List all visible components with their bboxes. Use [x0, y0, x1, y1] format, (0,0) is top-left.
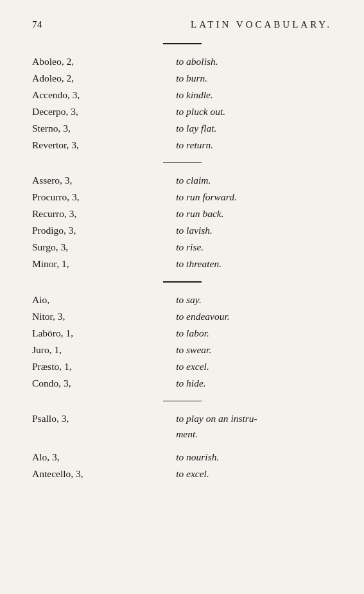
table-row: Procurro, 3, to run forward.: [32, 189, 332, 205]
table-row: Labōro, 1, to labor.: [32, 325, 332, 342]
table-row: Præsto, 1, to excel.: [32, 358, 332, 375]
page-header: 74 LATIN VOCABULARY.: [32, 19, 332, 30]
latin-term: Juro, 1,: [32, 342, 176, 358]
english-def: to lavish.: [176, 222, 332, 239]
latin-term: Antecello, 3,: [32, 466, 176, 482]
english-def: to nourish.: [176, 449, 332, 466]
english-def: to pluck out.: [176, 103, 332, 120]
latin-term: Prodigo, 3,: [32, 222, 176, 239]
page-title: LATIN VOCABULARY.: [191, 19, 332, 30]
table-row: Recurro, 3, to run back.: [32, 205, 332, 222]
table-row: [32, 442, 332, 449]
table-row: Revertor, 3, to return.: [32, 137, 332, 153]
english-def: to lay flat.: [176, 120, 332, 137]
vocab-section-4: Psallo, 3, to play on an instru-ment. Al…: [32, 410, 332, 482]
latin-term: Procurro, 3,: [32, 189, 176, 205]
table-row: Assero, 3, to claim.: [32, 172, 332, 189]
english-def: to burn.: [176, 70, 332, 87]
table-row: Minor, 1, to threaten.: [32, 256, 332, 272]
table-row: Alo, 3, to nourish.: [32, 449, 332, 466]
page-number: 74: [32, 19, 42, 30]
english-def: to excel.: [176, 358, 332, 375]
latin-term: Accendo, 3,: [32, 87, 176, 103]
latin-term: Condo, 3,: [32, 375, 176, 392]
vocab-table-4: Psallo, 3, to play on an instru-ment. Al…: [32, 410, 332, 482]
vocab-table-3: Aio, to say. Nitor, 3, to endeavour. Lab…: [32, 292, 332, 392]
latin-term: Adoleo, 2,: [32, 70, 176, 87]
latin-term: Præsto, 1,: [32, 358, 176, 375]
table-row: Condo, 3, to hide.: [32, 375, 332, 392]
table-row: Juro, 1, to swear.: [32, 342, 332, 358]
latin-term: Decerpo, 3,: [32, 103, 176, 120]
section-divider-top: [163, 43, 202, 44]
english-def: to run forward.: [176, 189, 332, 205]
latin-term: Alo, 3,: [32, 449, 176, 466]
latin-term: Aboleo, 2,: [32, 53, 176, 70]
english-def: to kindle.: [176, 87, 332, 103]
english-def: to play on an instru-ment.: [176, 410, 332, 442]
section-divider-4: [163, 401, 202, 402]
english-def: to excel.: [176, 466, 332, 482]
latin-term: Sterno, 3,: [32, 120, 176, 137]
vocab-section-3: Aio, to say. Nitor, 3, to endeavour. Lab…: [32, 292, 332, 392]
english-def: to claim.: [176, 172, 332, 189]
english-def: to run back.: [176, 205, 332, 222]
english-def: to return.: [176, 137, 332, 153]
english-def: to threaten.: [176, 256, 332, 272]
latin-term: Minor, 1,: [32, 256, 176, 272]
vocab-table-2: Assero, 3, to claim. Procurro, 3, to run…: [32, 172, 332, 272]
english-def: to swear.: [176, 342, 332, 358]
table-row: Decerpo, 3, to pluck out.: [32, 103, 332, 120]
section-divider-2: [163, 162, 202, 164]
latin-term: Recurro, 3,: [32, 205, 176, 222]
table-row: Antecello, 3, to excel.: [32, 466, 332, 482]
table-row: Sterno, 3, to lay flat.: [32, 120, 332, 137]
table-row: Nitor, 3, to endeavour.: [32, 308, 332, 325]
table-row: Prodigo, 3, to lavish.: [32, 222, 332, 239]
latin-term: Labōro, 1,: [32, 325, 176, 342]
page: 74 LATIN VOCABULARY. Aboleo, 2, to aboli…: [0, 0, 364, 594]
english-def: to say.: [176, 292, 332, 308]
latin-term: Psallo, 3,: [32, 410, 176, 442]
english-def: to labor.: [176, 325, 332, 342]
english-def: to rise.: [176, 239, 332, 256]
vocab-table-1: Aboleo, 2, to abolish. Adoleo, 2, to bur…: [32, 53, 332, 153]
latin-term: Aio,: [32, 292, 176, 308]
latin-term: Surgo, 3,: [32, 239, 176, 256]
table-row: Psallo, 3, to play on an instru-ment.: [32, 410, 332, 442]
english-def: to endeavour.: [176, 308, 332, 325]
table-row: Surgo, 3, to rise.: [32, 239, 332, 256]
latin-term: Nitor, 3,: [32, 308, 176, 325]
section-divider-3: [163, 281, 202, 283]
english-def: to hide.: [176, 375, 332, 392]
latin-term: Assero, 3,: [32, 172, 176, 189]
vocab-section-1: Aboleo, 2, to abolish. Adoleo, 2, to bur…: [32, 53, 332, 153]
table-row: Adoleo, 2, to burn.: [32, 70, 332, 87]
table-row: Aboleo, 2, to abolish.: [32, 53, 332, 70]
table-row: Accendo, 3, to kindle.: [32, 87, 332, 103]
english-def: to abolish.: [176, 53, 332, 70]
vocab-section-2: Assero, 3, to claim. Procurro, 3, to run…: [32, 172, 332, 272]
latin-term: Revertor, 3,: [32, 137, 176, 153]
table-row: Aio, to say.: [32, 292, 332, 308]
